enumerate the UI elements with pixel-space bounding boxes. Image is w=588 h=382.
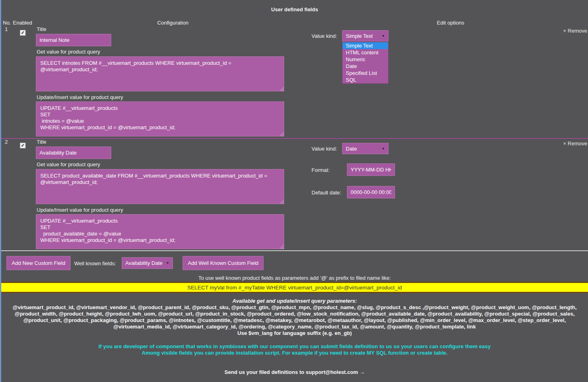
user-defined-fields-panel: User defined fields No. Enabled Configur… (0, 0, 588, 382)
prefix-hint-text: To use well known product fields as para… (1, 275, 588, 281)
title-label: Title (37, 139, 46, 145)
column-header-configuration: Configuration (36, 20, 310, 26)
remove-label: Remove (568, 28, 587, 34)
chevron-down-icon: ▼ (379, 34, 385, 38)
get-query-textarea[interactable]: SELECT product_available_date FROM #__vi… (36, 169, 284, 204)
developer-note-line: Among visible fields you can provide ins… (1, 350, 588, 356)
format-input[interactable] (347, 163, 395, 176)
language-suffix-note: Use $vm_lang for language suffix (e.g. e… (3, 330, 586, 337)
sql-example-bar: SELECT myVal from #_myTable WHERE virtue… (1, 282, 588, 293)
update-query-label: Update/Insert value for product query (37, 94, 123, 100)
page-title: User defined fields (1, 6, 588, 12)
add-well-known-custom-field-button[interactable]: Add Well Known Custom Field (183, 256, 264, 270)
parameters-line: @product_unit, @product_packaging, @prod… (3, 317, 586, 324)
dropdown-option-html-content[interactable]: HTML content (343, 49, 388, 56)
value-kind-label: Value kind: (312, 33, 337, 39)
chevron-down-icon: ▼ (164, 261, 169, 265)
get-query-label: Get value for product query (37, 49, 100, 55)
default-date-input[interactable] (347, 186, 395, 198)
format-label: Format: (312, 167, 330, 173)
checkmark-icon: ✓ (21, 31, 25, 35)
value-kind-select[interactable]: Simple Text ▼ (342, 30, 389, 41)
column-header-enabled: Enabled (13, 20, 32, 26)
value-kind-label: Value kind: (312, 146, 337, 152)
parameters-heading: Available get and update/insert query pa… (3, 298, 586, 304)
parameters-line: @product_width, @product_height, @produc… (3, 311, 586, 317)
value-kind-selected: Simple Text (346, 33, 373, 39)
column-header-edit-options: Edit options (390, 20, 511, 26)
title-input[interactable] (36, 147, 111, 159)
value-kind-selected: Date (346, 146, 357, 152)
update-query-textarea[interactable]: UPDATE #__virtuemart_products SET produc… (36, 214, 284, 249)
dropdown-option-date[interactable]: Date (343, 63, 388, 70)
get-query-textarea[interactable]: SELECT intnotes FROM #__virtuemart_produ… (36, 56, 284, 91)
title-label: Title (37, 26, 46, 32)
checkmark-icon: ✓ (21, 143, 25, 148)
remove-field-button[interactable]: ×Remove (563, 140, 587, 147)
row-divider (1, 138, 588, 139)
update-query-label: Update/Insert value for product query (37, 207, 123, 213)
title-input[interactable] (36, 34, 111, 46)
add-new-custom-field-button[interactable]: Add New Custom Field (6, 256, 71, 270)
developer-note-line: If you are developer of component that w… (1, 343, 588, 350)
update-query-textarea[interactable]: UPDATE #__virtuemart_products SET intnot… (36, 101, 284, 136)
get-query-label: Get value for product query (37, 161, 100, 167)
row-number: 2 (5, 139, 8, 145)
chevron-down-icon: ▼ (379, 147, 385, 151)
parameters-block: Available get and update/insert query pa… (1, 298, 588, 337)
enabled-checkbox[interactable]: ✓ (20, 142, 26, 149)
close-icon: × (563, 141, 566, 147)
well-known-fields-select[interactable]: Availability Date ▼ (122, 257, 173, 269)
contact-text: Send us your filed definitions to suppor… (1, 369, 588, 375)
enabled-checkbox[interactable]: ✓ (20, 30, 26, 36)
default-date-label: Default date: (312, 190, 341, 196)
value-kind-select[interactable]: Date ▼ (342, 143, 389, 154)
dropdown-option-sql[interactable]: SQL (343, 76, 388, 83)
dropdown-option-simple-text[interactable]: Simple Text (343, 42, 388, 49)
dropdown-option-specified-list[interactable]: Specified List (343, 70, 388, 76)
remove-label: Remove (568, 140, 587, 147)
row-number: 1 (5, 26, 8, 32)
close-icon: × (563, 28, 566, 34)
parameters-line: @virtuemart_product_id, @virtuemart_vend… (3, 304, 586, 311)
remove-field-button[interactable]: ×Remove (563, 28, 587, 34)
dropdown-option-numeric[interactable]: Numeric (343, 56, 388, 63)
value-kind-dropdown: Simple Text HTML content Numeric Date Sp… (342, 42, 389, 84)
well-known-fields-selected: Availability Date (125, 260, 162, 266)
section-divider (1, 250, 588, 252)
developer-note: If you are developer of component that w… (1, 343, 588, 356)
parameters-line: @virtuemart_media_id, @virtuemart_catego… (3, 324, 586, 330)
column-header-no: No. (3, 20, 11, 26)
sql-example-text: SELECT myVal from #_myTable WHERE virtue… (187, 285, 402, 291)
well-known-fields-label: Well known fields: (74, 260, 116, 266)
